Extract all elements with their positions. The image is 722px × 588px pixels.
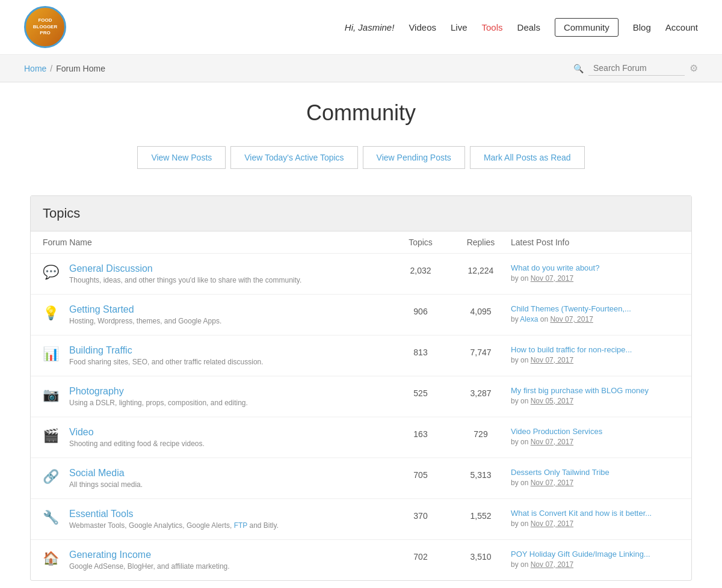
on-label: on xyxy=(520,560,531,569)
forum-text: Social Media All things social media. xyxy=(69,468,143,489)
forum-text: Generating Income Google AdSense, BlogHe… xyxy=(69,550,230,571)
latest-meta: by on Nov 07, 2017 xyxy=(511,274,679,283)
nav-community[interactable]: Community xyxy=(555,18,619,37)
forum-text: General Discussion Thoughts, ideas, and … xyxy=(69,263,301,284)
nav-blog[interactable]: Blog xyxy=(633,22,651,32)
forum-row: 📷 Photography Using a DSLR, lighting, pr… xyxy=(31,376,691,417)
latest-date: Nov 07, 2017 xyxy=(531,438,573,446)
forum-desc: All things social media. xyxy=(69,480,143,489)
latest-topic-link[interactable]: What is Convert Kit and how is it better… xyxy=(511,509,679,518)
nav-account[interactable]: Account xyxy=(665,22,698,32)
latest-topic-link[interactable]: Child Themes (Twenty-Fourteen,... xyxy=(511,304,679,313)
forum-info: 🔗 Social Media All things social media. xyxy=(43,468,390,489)
forum-topics-count: 702 xyxy=(390,550,451,562)
latest-post-info: Desserts Only Tailwind Tribe by on Nov 0… xyxy=(511,468,679,487)
view-active-topics-button[interactable]: View Today's Active Topics xyxy=(230,146,357,169)
column-headers: Forum Name Topics Replies Latest Post In… xyxy=(31,231,691,254)
breadcrumb-current: Forum Home xyxy=(56,64,105,73)
latest-topic-link[interactable]: How to build traffic for non-recipe... xyxy=(511,345,679,354)
forum-desc: Food sharing sites, SEO, and other traff… xyxy=(69,358,264,366)
latest-date: Nov 07, 2017 xyxy=(550,315,593,323)
latest-date: Nov 05, 2017 xyxy=(531,397,573,405)
action-buttons: View New Posts View Today's Active Topic… xyxy=(30,144,692,171)
by-label: by xyxy=(511,438,520,446)
forum-text: Getting Started Hosting, Wordpress, them… xyxy=(69,304,221,325)
latest-post-info: Child Themes (Twenty-Fourteen,... by Ale… xyxy=(511,304,679,323)
forum-name-link[interactable]: Generating Income xyxy=(69,550,151,560)
main-content: Community View New Posts View Today's Ac… xyxy=(18,82,704,588)
forum-row: 💡 Getting Started Hosting, Wordpress, th… xyxy=(31,295,691,335)
forum-info: 📷 Photography Using a DSLR, lighting, pr… xyxy=(43,386,390,407)
search-input[interactable] xyxy=(588,61,685,76)
latest-topic-link[interactable]: POY Holiday Gift Guide/Image Linking... xyxy=(511,550,679,559)
forum-desc: Using a DSLR, lighting, props, compositi… xyxy=(69,399,248,407)
on-label: on xyxy=(520,397,531,405)
nav-videos[interactable]: Videos xyxy=(409,22,436,32)
forum-desc: Shooting and editing food & recipe video… xyxy=(69,439,205,448)
latest-date: Nov 07, 2017 xyxy=(531,356,573,364)
forum-topics-count: 370 xyxy=(390,509,451,521)
breadcrumb-home[interactable]: Home xyxy=(24,64,46,73)
forum-name-link[interactable]: Essential Tools xyxy=(69,509,133,519)
col-latest: Latest Post Info xyxy=(511,237,679,247)
latest-topic-link[interactable]: Video Production Services xyxy=(511,427,679,436)
forum-icon: 🔗 xyxy=(43,469,62,488)
forum-topics-count: 163 xyxy=(390,427,451,439)
latest-date: Nov 07, 2017 xyxy=(531,274,573,283)
forum-text: Building Traffic Food sharing sites, SEO… xyxy=(69,345,264,366)
latest-topic-link[interactable]: Desserts Only Tailwind Tribe xyxy=(511,468,679,477)
forum-replies-count: 1,552 xyxy=(451,509,511,521)
forum-name-link[interactable]: Video xyxy=(69,427,94,437)
forum-topics-count: 906 xyxy=(390,304,451,316)
by-label: by xyxy=(511,356,520,364)
ftp-link[interactable]: FTP xyxy=(234,521,247,530)
by-label: by xyxy=(511,560,520,569)
on-label: on xyxy=(520,356,531,364)
on-label: on xyxy=(520,519,531,528)
latest-post-info: What do you write about? by on Nov 07, 2… xyxy=(511,263,679,283)
forum-icon: 💡 xyxy=(43,305,62,325)
by-label: by xyxy=(511,519,520,528)
on-label: on xyxy=(520,438,531,446)
forum-info: 🎬 Video Shooting and editing food & reci… xyxy=(43,427,390,448)
site-logo[interactable]: FOODBLOGGERPRO xyxy=(24,6,66,48)
breadcrumb-separator: / xyxy=(50,64,52,73)
forum-row: 📊 Building Traffic Food sharing sites, S… xyxy=(31,335,691,376)
view-new-posts-button[interactable]: View New Posts xyxy=(137,146,226,169)
latest-user[interactable]: Alexa xyxy=(520,315,538,323)
forum-icon: 📊 xyxy=(43,346,62,366)
latest-topic-link[interactable]: My first big purchase with BLOG money xyxy=(511,386,679,395)
forum-name-link[interactable]: Photography xyxy=(69,386,124,396)
latest-meta: by on Nov 07, 2017 xyxy=(511,479,679,487)
forum-row: 🎬 Video Shooting and editing food & reci… xyxy=(31,417,691,458)
by-label: by xyxy=(511,315,520,323)
forum-name-link[interactable]: Social Media xyxy=(69,468,125,478)
on-label: on xyxy=(520,479,531,487)
forum-text: Essential Tools Webmaster Tools, Google … xyxy=(69,509,279,530)
search-area: 🔍 ⚙ xyxy=(573,61,698,76)
mark-all-read-button[interactable]: Mark All Posts as Read xyxy=(470,146,585,169)
latest-date: Nov 07, 2017 xyxy=(531,479,573,487)
logo-area[interactable]: FOODBLOGGERPRO xyxy=(24,6,66,48)
forum-name-link[interactable]: General Discussion xyxy=(69,263,153,274)
nav-tools[interactable]: Tools xyxy=(482,22,503,32)
forum-name-link[interactable]: Building Traffic xyxy=(69,345,132,355)
col-replies: Replies xyxy=(451,237,511,247)
forum-replies-count: 4,095 xyxy=(451,304,511,316)
topics-section: Topics Forum Name Topics Replies Latest … xyxy=(30,195,692,581)
latest-topic-link[interactable]: What do you write about? xyxy=(511,263,679,272)
forum-replies-count: 3,287 xyxy=(451,386,511,398)
latest-date: Nov 07, 2017 xyxy=(531,519,573,528)
forum-icon: 💬 xyxy=(43,265,62,284)
forum-topics-count: 525 xyxy=(390,386,451,398)
nav-deals[interactable]: Deals xyxy=(517,22,540,32)
nav-live[interactable]: Live xyxy=(451,22,467,32)
forum-text: Video Shooting and editing food & recipe… xyxy=(69,427,205,448)
search-icon: 🔍 xyxy=(573,64,584,73)
forum-desc: Hosting, Wordpress, themes, and Google A… xyxy=(69,317,221,325)
view-pending-posts-button[interactable]: View Pending Posts xyxy=(363,146,465,169)
latest-meta: by on Nov 05, 2017 xyxy=(511,397,679,405)
forum-name-link[interactable]: Getting Started xyxy=(69,304,134,314)
forum-info: 💬 General Discussion Thoughts, ideas, an… xyxy=(43,263,390,284)
gear-icon[interactable]: ⚙ xyxy=(690,63,698,74)
